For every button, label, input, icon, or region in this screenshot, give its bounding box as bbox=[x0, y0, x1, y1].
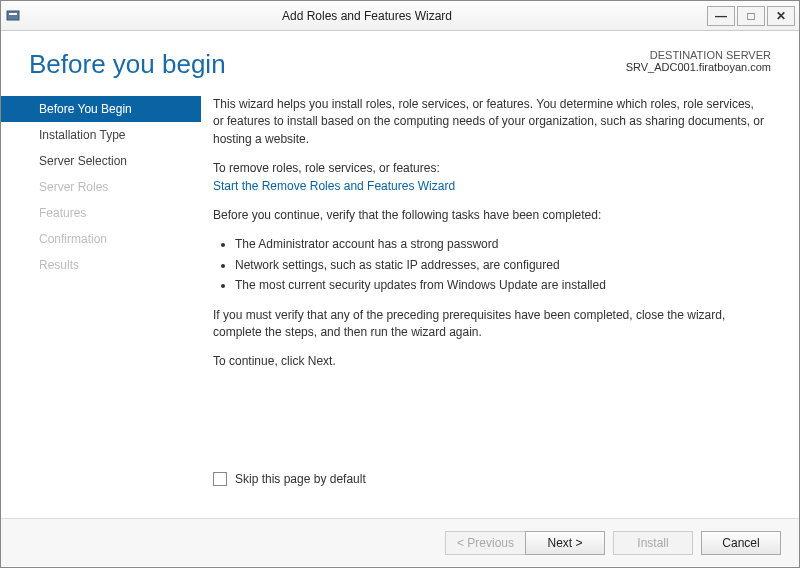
skip-label: Skip this page by default bbox=[235, 471, 366, 488]
prereq-item: The most current security updates from W… bbox=[235, 277, 767, 294]
destination-label: DESTINATION SERVER bbox=[626, 49, 771, 61]
svg-rect-0 bbox=[7, 11, 19, 20]
header: Before you begin DESTINATION SERVER SRV_… bbox=[1, 31, 799, 88]
content: This wizard helps you install roles, rol… bbox=[201, 88, 791, 518]
titlebar: Add Roles and Features Wizard — □ ✕ bbox=[1, 1, 799, 31]
sidebar-item-features: Features bbox=[1, 200, 201, 226]
remove-wizard-link[interactable]: Start the Remove Roles and Features Wiza… bbox=[213, 179, 455, 193]
window-controls: — □ ✕ bbox=[705, 6, 795, 26]
install-button: Install bbox=[613, 531, 693, 555]
window-title: Add Roles and Features Wizard bbox=[29, 9, 705, 23]
prereq-list: The Administrator account has a strong p… bbox=[213, 236, 767, 294]
sidebar: Before You Begin Installation Type Serve… bbox=[1, 88, 201, 518]
nav-button-group: < Previous Next > bbox=[445, 531, 605, 555]
cancel-button[interactable]: Cancel bbox=[701, 531, 781, 555]
svg-rect-1 bbox=[9, 13, 17, 15]
remove-label: To remove roles, role services, or featu… bbox=[213, 161, 440, 175]
main: Before You Begin Installation Type Serve… bbox=[1, 88, 799, 518]
sidebar-item-confirmation: Confirmation bbox=[1, 226, 201, 252]
sidebar-item-installation-type[interactable]: Installation Type bbox=[1, 122, 201, 148]
continue-hint: To continue, click Next. bbox=[213, 353, 767, 370]
skip-row: Skip this page by default bbox=[213, 471, 767, 488]
destination-server: SRV_ADC001.firatboyan.com bbox=[626, 61, 771, 73]
sidebar-item-server-selection[interactable]: Server Selection bbox=[1, 148, 201, 174]
intro-text: This wizard helps you install roles, rol… bbox=[213, 96, 767, 148]
maximize-button[interactable]: □ bbox=[737, 6, 765, 26]
sidebar-item-server-roles: Server Roles bbox=[1, 174, 201, 200]
prereq-item: The Administrator account has a strong p… bbox=[235, 236, 767, 253]
verify-intro: Before you continue, verify that the fol… bbox=[213, 207, 767, 224]
verify-note: If you must verify that any of the prece… bbox=[213, 307, 767, 342]
remove-section: To remove roles, role services, or featu… bbox=[213, 160, 767, 195]
skip-checkbox[interactable] bbox=[213, 472, 227, 486]
sidebar-item-before-you-begin[interactable]: Before You Begin bbox=[1, 96, 201, 122]
sidebar-item-results: Results bbox=[1, 252, 201, 278]
destination-info: DESTINATION SERVER SRV_ADC001.firatboyan… bbox=[626, 49, 771, 73]
prereq-item: Network settings, such as static IP addr… bbox=[235, 257, 767, 274]
close-button[interactable]: ✕ bbox=[767, 6, 795, 26]
next-button[interactable]: Next > bbox=[525, 531, 605, 555]
page-title: Before you begin bbox=[29, 49, 226, 80]
previous-button: < Previous bbox=[445, 531, 525, 555]
footer: < Previous Next > Install Cancel bbox=[1, 518, 799, 566]
minimize-button[interactable]: — bbox=[707, 6, 735, 26]
app-icon bbox=[5, 8, 21, 24]
